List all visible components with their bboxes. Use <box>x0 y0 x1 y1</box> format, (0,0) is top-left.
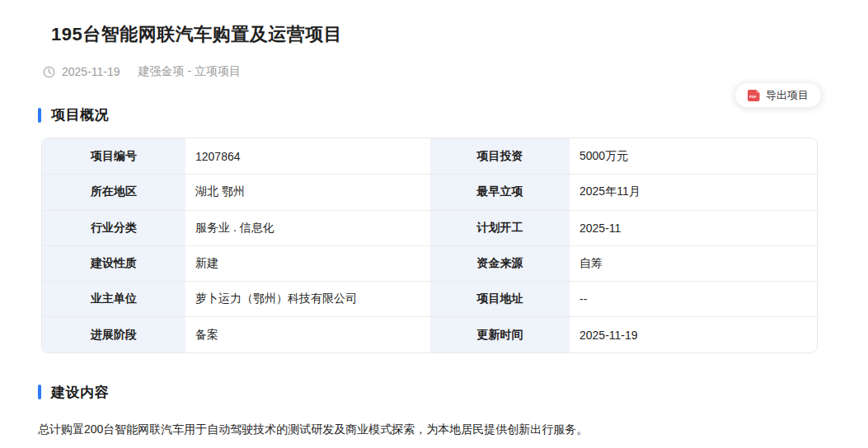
field-value: 自筹 <box>570 246 818 281</box>
field-value: 服务业 . 信息化 <box>185 211 430 245</box>
field-label: 资金来源 <box>430 246 570 281</box>
field-label: 进展阶段 <box>42 317 185 352</box>
export-project-button[interactable]: PDF 导出项目 <box>734 82 822 108</box>
project-overview-table: 项目编号 1207864 项目投资 5000万元 所在地区 湖北 鄂州 最早立项… <box>41 138 818 353</box>
breadcrumb[interactable]: 建强金项 - 立项项目 <box>138 64 241 79</box>
page-title: 195台智能网联汽车购置及运营项目 <box>51 22 868 47</box>
field-label: 行业分类 <box>42 211 185 245</box>
field-value: 2025年11月 <box>570 175 818 209</box>
field-value: -- <box>570 282 818 316</box>
field-label: 项目编号 <box>42 138 185 174</box>
field-label: 项目地址 <box>430 282 570 316</box>
table-row: 进展阶段 备案 更新时间 2025-11-19 <box>42 316 817 352</box>
pdf-file-icon: PDF <box>748 90 760 101</box>
meta-row: 2025-11-19 建强金项 - 立项项目 <box>43 64 868 79</box>
field-value: 新建 <box>185 246 430 281</box>
field-label: 计划开工 <box>430 211 570 245</box>
field-label: 最早立项 <box>430 175 570 209</box>
field-label: 更新时间 <box>430 317 570 352</box>
field-value: 2025-11-19 <box>570 317 818 352</box>
section-accent-bar <box>38 108 41 123</box>
field-value: 湖北 鄂州 <box>185 175 430 209</box>
export-button-label: 导出项目 <box>766 88 809 103</box>
field-value: 备案 <box>185 317 430 352</box>
field-label: 项目投资 <box>430 138 570 174</box>
section-header-content: 建设内容 <box>38 383 868 402</box>
table-row: 行业分类 服务业 . 信息化 计划开工 2025-11 <box>42 210 817 245</box>
field-label: 建设性质 <box>42 246 185 281</box>
field-value: 5000万元 <box>570 138 818 174</box>
table-row: 建设性质 新建 资金来源 自筹 <box>42 245 817 281</box>
table-row: 项目编号 1207864 项目投资 5000万元 <box>42 138 817 174</box>
table-row: 业主单位 萝卜运力（鄂州）科技有限公司 项目地址 -- <box>42 281 817 316</box>
field-label: 所在地区 <box>42 175 185 209</box>
section-title: 建设内容 <box>51 383 109 402</box>
field-value: 1207864 <box>185 138 430 174</box>
clock-icon <box>43 66 55 78</box>
section-accent-bar <box>38 385 41 399</box>
publish-date: 2025-11-19 <box>62 65 120 78</box>
field-value: 2025-11 <box>570 211 818 245</box>
table-row: 所在地区 湖北 鄂州 最早立项 2025年11月 <box>42 174 817 209</box>
section-title: 项目概况 <box>51 105 109 124</box>
field-label: 业主单位 <box>42 282 185 316</box>
svg-text:PDF: PDF <box>749 95 757 99</box>
section-header-overview: 项目概况 <box>38 105 868 124</box>
field-value: 萝卜运力（鄂州）科技有限公司 <box>185 282 430 316</box>
project-detail-page: 195台智能网联汽车购置及运营项目 2025-11-19 建强金项 - 立项项目… <box>0 22 868 448</box>
construction-content-text: 总计购置200台智能网联汽车用于自动驾驶技术的测试研发及商业模式探索，为本地居民… <box>38 421 830 438</box>
